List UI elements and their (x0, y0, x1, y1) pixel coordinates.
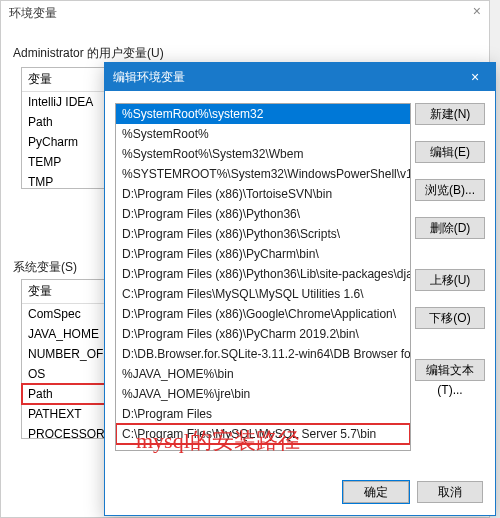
list-item[interactable]: D:\Program Files (x86)\TortoiseSVN\bin (116, 184, 410, 204)
sys-vars-table[interactable]: 变量 ComSpec JAVA_HOME NUMBER_OF OS Path P… (21, 279, 111, 439)
button-column: 新建(N) 编辑(E) 浏览(B)... 删除(D) 上移(U) 下移(O) 编… (415, 103, 485, 381)
browse-button[interactable]: 浏览(B)... (415, 179, 485, 201)
table-row[interactable]: PyCharm (22, 132, 110, 152)
path-list[interactable]: %SystemRoot%\system32 %SystemRoot% %Syst… (115, 103, 411, 451)
table-row[interactable]: IntelliJ IDEA (22, 92, 110, 112)
user-vars-header: 变量 (22, 68, 110, 92)
env-vars-title: 环境变量 (1, 1, 489, 26)
close-icon[interactable]: × (455, 63, 495, 91)
list-item[interactable]: D:\Program Files (116, 404, 410, 424)
close-icon[interactable]: × (473, 3, 481, 19)
movedown-button[interactable]: 下移(O) (415, 307, 485, 329)
table-row[interactable]: PATHEXT (22, 404, 110, 424)
user-vars-label: Administrator 的用户变量(U) (13, 45, 164, 62)
list-item[interactable]: D:\Program Files (x86)\PyCharm 2019.2\bi… (116, 324, 410, 344)
table-row[interactable]: NUMBER_OF (22, 344, 110, 364)
dialog-bottom-buttons: 确定 取消 (343, 481, 483, 503)
list-item[interactable]: %SystemRoot% (116, 124, 410, 144)
table-row[interactable]: TEMP (22, 152, 110, 172)
edit-button[interactable]: 编辑(E) (415, 141, 485, 163)
list-item[interactable]: %SystemRoot%\System32\Wbem (116, 144, 410, 164)
cancel-button[interactable]: 取消 (417, 481, 483, 503)
list-item[interactable]: D:\Program Files (x86)\Python36\ (116, 204, 410, 224)
list-item[interactable]: D:\Program Files (x86)\PyCharm\bin\ (116, 244, 410, 264)
new-button[interactable]: 新建(N) (415, 103, 485, 125)
list-item[interactable]: %SystemRoot%\system32 (116, 104, 410, 124)
sys-vars-label: 系统变量(S) (13, 259, 77, 276)
table-row-path[interactable]: Path (22, 384, 110, 404)
delete-button[interactable]: 删除(D) (415, 217, 485, 239)
list-item[interactable]: %JAVA_HOME%\jre\bin (116, 384, 410, 404)
list-item[interactable]: %SYSTEMROOT%\System32\WindowsPowerShell\… (116, 164, 410, 184)
annotation-text: mysql的安装路径 (136, 426, 300, 456)
table-row[interactable]: OS (22, 364, 110, 384)
user-vars-table[interactable]: 变量 IntelliJ IDEA Path PyCharm TEMP TMP (21, 67, 111, 189)
table-row[interactable]: TMP (22, 172, 110, 192)
edit-dialog-title: 编辑环境变量 (113, 69, 185, 86)
edittext-button[interactable]: 编辑文本(T)... (415, 359, 485, 381)
list-item[interactable]: D:\DB.Browser.for.SQLite-3.11.2-win64\DB… (116, 344, 410, 364)
table-row[interactable]: ComSpec (22, 304, 110, 324)
list-item[interactable]: D:\Program Files (x86)\Python36\Scripts\ (116, 224, 410, 244)
list-item[interactable]: %JAVA_HOME%\bin (116, 364, 410, 384)
table-row[interactable]: PROCESSOR (22, 424, 110, 444)
sys-vars-header: 变量 (22, 280, 110, 304)
edit-dialog-titlebar[interactable]: 编辑环境变量 × (105, 63, 495, 91)
list-item[interactable]: D:\Program Files (x86)\Google\Chrome\App… (116, 304, 410, 324)
list-item[interactable]: D:\Program Files (x86)\Python36\Lib\site… (116, 264, 410, 284)
table-row[interactable]: JAVA_HOME (22, 324, 110, 344)
list-item[interactable]: C:\Program Files\MySQL\MySQL Utilities 1… (116, 284, 410, 304)
ok-button[interactable]: 确定 (343, 481, 409, 503)
table-row[interactable]: Path (22, 112, 110, 132)
moveup-button[interactable]: 上移(U) (415, 269, 485, 291)
